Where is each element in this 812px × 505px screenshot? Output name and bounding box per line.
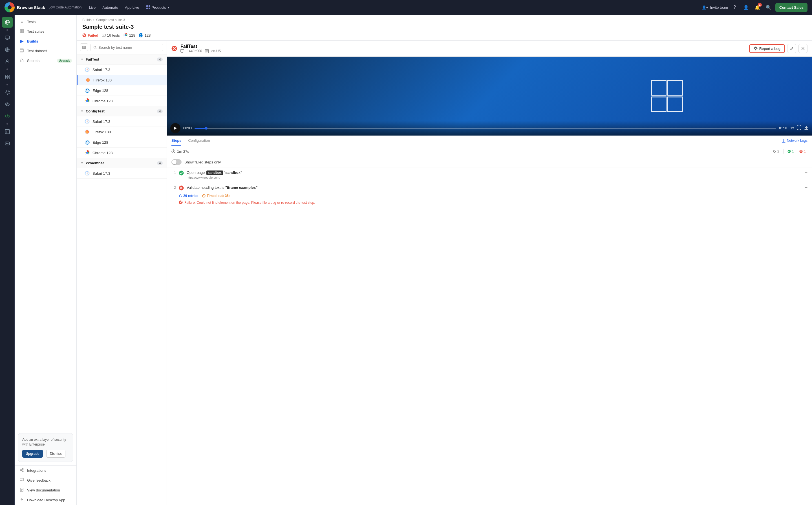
- sidebar-icon-globe[interactable]: [2, 17, 13, 28]
- network-logs-link[interactable]: Network Logs: [782, 139, 807, 143]
- windows-logo: [651, 80, 683, 112]
- step-1-expand[interactable]: +: [805, 170, 807, 175]
- test-firefox-130-2[interactable]: Firefox 130: [77, 127, 167, 137]
- search-btn[interactable]: 🔍: [764, 3, 773, 12]
- top-navigation: BrowserStack Low Code Automation Live Au…: [0, 0, 812, 15]
- step-2-detail: 29 retries Timed out: 35s: [171, 192, 807, 205]
- test-name: Firefox 130: [93, 130, 111, 134]
- tab-steps[interactable]: Steps: [171, 136, 181, 146]
- close-button[interactable]: [799, 44, 807, 53]
- nav-test-suites[interactable]: Test suites: [15, 26, 77, 36]
- nav-download[interactable]: Download Desktop App: [15, 495, 77, 505]
- test-chrome-128-1[interactable]: Chrome 128: [77, 96, 167, 106]
- code-icon: [5, 114, 10, 119]
- svg-rect-16: [5, 77, 7, 79]
- retry-count: 29 retries: [183, 194, 198, 198]
- help-icon: ?: [733, 5, 736, 10]
- test-name: Safari 17.3: [93, 120, 110, 124]
- help-btn[interactable]: ?: [730, 3, 739, 12]
- svg-line-38: [21, 470, 22, 471]
- svg-line-37: [21, 469, 22, 470]
- nav-live[interactable]: Live: [86, 4, 98, 11]
- nav-secrets[interactable]: Secrets Upgrade: [15, 56, 77, 66]
- timeout-label: Timed out: 35s: [207, 194, 230, 198]
- test-safari-173-1[interactable]: Safari 17.3: [77, 64, 167, 75]
- dataset-icon: [19, 48, 24, 53]
- nav-products[interactable]: Products ▾: [143, 3, 172, 11]
- nav-integrations[interactable]: Integrations: [15, 466, 77, 475]
- svg-rect-25: [20, 29, 21, 31]
- download-icon: [19, 498, 24, 502]
- nav-tests[interactable]: ≡ Tests: [15, 17, 77, 26]
- sidebar-icon-table[interactable]: [2, 126, 13, 137]
- failed-count: 1: [798, 149, 807, 154]
- nav-automate[interactable]: Automate: [100, 4, 121, 11]
- sidebar-icon-eye[interactable]: [2, 99, 13, 110]
- svg-point-12: [7, 49, 8, 50]
- logo-area[interactable]: BrowserStack Low Code Automation: [5, 2, 82, 12]
- nav-view-docs[interactable]: View documentation: [15, 485, 77, 495]
- svg-rect-28: [22, 31, 23, 33]
- play-button[interactable]: [170, 123, 180, 133]
- firefox-icon-2: [85, 129, 90, 134]
- svg-line-111: [173, 151, 174, 152]
- notifications-btn[interactable]: 🔔 1: [753, 3, 762, 12]
- test-firefox-130-1[interactable]: Firefox 130: [77, 75, 167, 86]
- test-list-toolbar: [77, 41, 167, 54]
- step-2-collapse[interactable]: −: [805, 185, 807, 190]
- sidebar-icon-grid[interactable]: [2, 71, 13, 82]
- sidebar-icon-monitor[interactable]: [2, 32, 13, 43]
- retry-tag: 29 retries: [179, 194, 198, 198]
- edit-button[interactable]: [787, 44, 796, 53]
- tab-configuration[interactable]: Configuration: [188, 136, 210, 146]
- chrome-v1-meta: 128: [123, 33, 135, 37]
- test-safari-173-3[interactable]: Safari 17.3: [77, 168, 167, 179]
- test-chrome-128-2[interactable]: Chrome 128: [77, 148, 167, 158]
- search-input[interactable]: [98, 45, 160, 49]
- chrome-icon-2: [85, 98, 90, 104]
- fail-circle-icon-large: [171, 46, 177, 51]
- collapse-button[interactable]: [80, 43, 88, 51]
- group-xxmember[interactable]: ▼ xxmember 4: [77, 158, 167, 168]
- sidebar-icon-image[interactable]: [2, 138, 13, 149]
- breadcrumb-builds[interactable]: Builds: [82, 18, 92, 22]
- group-configtest[interactable]: ▼ ConfigTest 4: [77, 106, 167, 116]
- test-name: Chrome 128: [93, 99, 113, 103]
- upgrade-button[interactable]: Upgrade: [22, 450, 43, 458]
- nav-give-feedback[interactable]: Give feedback: [15, 475, 77, 485]
- nav-builds[interactable]: ▶ Builds: [15, 36, 77, 46]
- toggle-failed-only[interactable]: [171, 159, 181, 165]
- contact-sales-button[interactable]: Contact Sales: [775, 3, 807, 12]
- nav-test-dataset[interactable]: Test dataset: [15, 46, 77, 56]
- sidebar-icon-code[interactable]: [2, 111, 13, 122]
- steps-meta-right: 2 1: [771, 149, 807, 154]
- search-box: [90, 44, 163, 51]
- invite-team-btn[interactable]: 👤+ Invite team: [702, 5, 728, 10]
- test-edge-128-2[interactable]: Edge 128: [77, 137, 167, 148]
- nav-app-live[interactable]: App Live: [122, 4, 142, 11]
- svg-point-84: [86, 152, 88, 153]
- sidebar-icon-target[interactable]: [2, 44, 13, 55]
- failure-text: Failure: Could not find element on the p…: [184, 200, 315, 205]
- progress-bar[interactable]: [194, 128, 776, 129]
- test-count-icon: [102, 33, 106, 37]
- download-video-button[interactable]: [804, 125, 809, 131]
- dismiss-button[interactable]: Dismiss: [46, 450, 65, 458]
- progress-dot: [205, 127, 208, 130]
- svg-point-53: [125, 35, 126, 36]
- group-failtest[interactable]: ▼ FailTest 4: [77, 54, 167, 64]
- svg-rect-55: [83, 46, 84, 49]
- content-header: Builds › Sample test suite-3 Sample test…: [77, 15, 812, 41]
- sidebar-icon-wrench[interactable]: [2, 87, 13, 98]
- divider: [783, 149, 784, 154]
- step-1-page-label: sandbox: [207, 170, 223, 175]
- sidebar-icon-person[interactable]: [2, 56, 13, 67]
- account-btn[interactable]: 👤: [741, 3, 751, 12]
- svg-point-67: [88, 79, 89, 80]
- report-bug-button[interactable]: Report a bug: [749, 44, 785, 53]
- test-edge-128-1[interactable]: Edge 128: [77, 86, 167, 96]
- test-safari-173-2[interactable]: Safari 17.3: [77, 116, 167, 127]
- sidebar-dot-3: [6, 84, 8, 86]
- fullscreen-button[interactable]: [797, 125, 801, 131]
- test-list-scroll: ▼ FailTest 4 Safari 17.3: [77, 54, 167, 505]
